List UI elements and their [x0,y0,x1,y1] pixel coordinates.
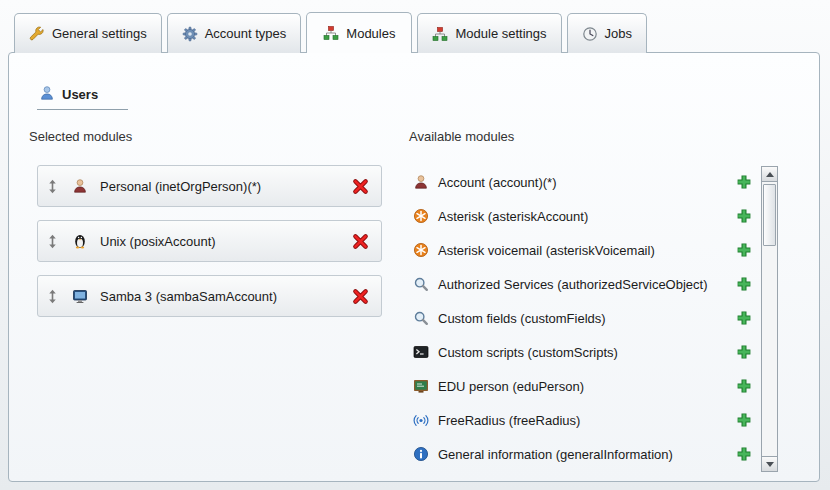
module-label: Asterisk voicemail (asteriskVoicemail) [438,243,655,258]
green-plus-icon[interactable] [736,174,752,190]
scrollbar-thumb[interactable] [763,184,776,246]
module-label: Personal (inetOrgPerson)(*) [100,179,261,194]
available-modules-label: Available modules [409,129,514,144]
scroll-down-button[interactable] [762,456,777,471]
available-module-row: Asterisk (asteriskAccount) [413,199,757,233]
module-label: FreeRadius (freeRadius) [438,413,580,428]
vertical-arrows-icon[interactable] [48,289,57,304]
tab-label: General settings [52,26,147,41]
wrench-icon [29,26,45,42]
person-icon [72,178,88,194]
available-modules-scrollbar[interactable] [761,166,778,472]
vertical-arrows-icon[interactable] [48,179,57,194]
triangle-up-icon [766,172,774,177]
available-module-row: Account (account)(*) [413,165,757,199]
triangle-down-icon [766,462,774,467]
radio-waves-icon [413,412,430,428]
module-label: General information (generalInformation) [438,447,673,462]
module-label: Unix (posixAccount) [100,234,216,249]
tab-account-types[interactable]: Account types [167,13,302,53]
selected-module-row[interactable]: Personal (inetOrgPerson)(*) [37,165,382,207]
available-module-row: Authorized Services (authorizedServiceOb… [413,267,757,301]
module-label: Asterisk (asteriskAccount) [438,209,588,224]
magnifier-icon [413,310,430,326]
tab-label: Modules [346,26,395,41]
clock-icon [582,26,598,42]
green-plus-icon[interactable] [736,242,752,258]
vertical-arrows-icon[interactable] [48,234,57,249]
tab-module-settings[interactable]: Module settings [417,13,561,53]
selected-modules-label: Selected modules [29,129,132,144]
tab-label: Module settings [455,26,546,41]
green-plus-icon[interactable] [736,446,752,462]
tab-general-settings[interactable]: General settings [14,13,162,53]
section-title-text: Users [62,87,98,102]
module-label: Samba 3 (sambaSamAccount) [100,289,277,304]
green-plus-icon[interactable] [736,208,752,224]
module-label: Authorized Services (authorizedServiceOb… [438,277,708,292]
red-x-icon[interactable] [352,233,369,250]
selected-modules-list: Personal (inetOrgPerson)(*) Unix (posixA… [37,165,382,330]
available-module-row: General information (generalInformation) [413,437,757,471]
info-icon [413,446,430,462]
green-plus-icon[interactable] [736,276,752,292]
tab-label: Jobs [605,26,632,41]
module-label: Custom fields (customFields) [438,311,606,326]
module-label: EDU person (eduPerson) [438,379,584,394]
available-modules-list: Account (account)(*) Asterisk (asteriskA… [413,165,757,471]
tab-bar: General settings Account types Modules M… [14,12,647,53]
tab-modules[interactable]: Modules [306,12,412,53]
red-x-icon[interactable] [352,288,369,305]
scroll-up-button[interactable] [762,167,777,182]
computer-icon [72,288,88,304]
content-panel: Users Selected modules Available modules… [8,52,820,482]
selected-module-row[interactable]: Samba 3 (sambaSamAccount) [37,275,382,317]
green-plus-icon[interactable] [736,378,752,394]
lam-config-screen: General settings Account types Modules M… [0,0,830,490]
penguin-icon [72,233,88,249]
terminal-icon [413,344,430,360]
gear-icon [182,26,198,42]
available-module-row: EDU person (eduPerson) [413,369,757,403]
red-x-icon[interactable] [352,178,369,195]
user-icon [39,85,55,104]
chalkboard-icon [413,378,430,394]
org-chart-icon [432,26,448,42]
green-plus-icon[interactable] [736,412,752,428]
tab-jobs[interactable]: Jobs [567,13,647,53]
asterisk-icon [413,208,430,224]
green-plus-icon[interactable] [736,310,752,326]
available-module-row: FreeRadius (freeRadius) [413,403,757,437]
available-module-row: Custom fields (customFields) [413,301,757,335]
asterisk-icon [413,242,430,258]
tab-label: Account types [205,26,287,41]
green-plus-icon[interactable] [736,344,752,360]
org-chart-icon [323,25,339,41]
person-icon [413,174,430,190]
selected-module-row[interactable]: Unix (posixAccount) [37,220,382,262]
available-module-row: Custom scripts (customScripts) [413,335,757,369]
magnifier-icon [413,276,430,292]
section-title-users: Users [37,85,128,110]
module-label: Account (account)(*) [438,175,557,190]
module-label: Custom scripts (customScripts) [438,345,618,360]
available-module-row: Asterisk voicemail (asteriskVoicemail) [413,233,757,267]
